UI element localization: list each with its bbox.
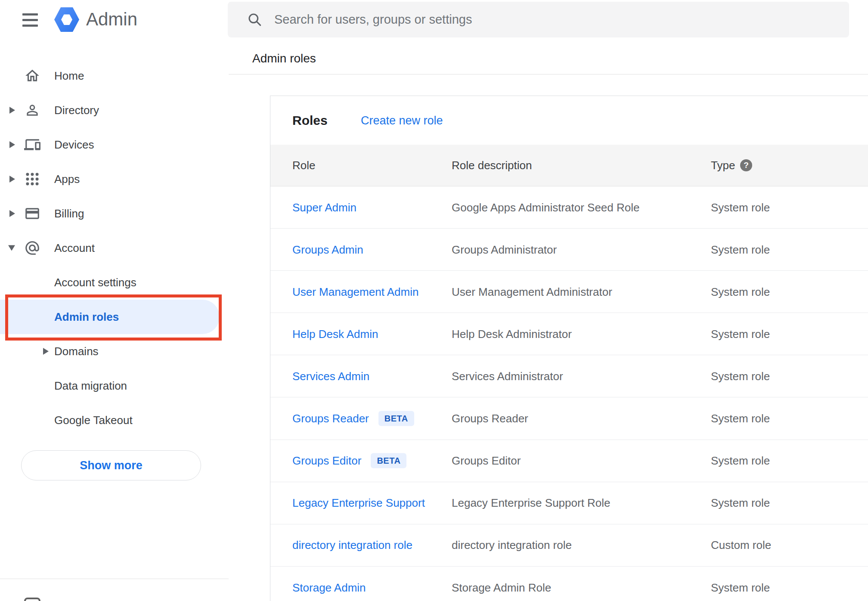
beta-badge: BETA bbox=[378, 411, 414, 426]
role-type: Custom role bbox=[711, 539, 771, 552]
role-type: System role bbox=[711, 285, 770, 298]
role-type: System role bbox=[711, 201, 770, 214]
sidebar-item-home[interactable]: Home bbox=[0, 59, 229, 93]
sidebar-item-billing[interactable]: Billing bbox=[0, 196, 229, 231]
sidebar-item-account-settings[interactable]: Account settings bbox=[0, 265, 229, 300]
roles-panel-header: Roles Create new role bbox=[270, 96, 868, 145]
expand-right-icon[interactable] bbox=[9, 141, 15, 148]
sidebar-item-domains[interactable]: Domains bbox=[0, 334, 229, 369]
search-input[interactable] bbox=[274, 12, 791, 27]
help-icon[interactable]: ? bbox=[740, 159, 752, 171]
clipped-nav-icon bbox=[24, 598, 40, 601]
home-icon bbox=[24, 68, 40, 84]
person-icon bbox=[24, 102, 40, 118]
admin-logo-icon bbox=[54, 7, 79, 32]
beta-badge: BETA bbox=[371, 453, 406, 468]
table-row: Groups Reader BETA Groups Reader System … bbox=[270, 397, 868, 440]
sidebar-item-google-takeout[interactable]: Google Takeout bbox=[0, 403, 229, 437]
role-description: directory integration role bbox=[452, 539, 572, 552]
menu-icon[interactable] bbox=[22, 13, 38, 29]
devices-icon bbox=[24, 136, 40, 153]
header-divider bbox=[229, 74, 868, 74]
apps-grid-icon bbox=[24, 171, 40, 187]
column-header-description: Role description bbox=[452, 159, 532, 172]
at-sign-icon bbox=[24, 240, 40, 256]
sidebar-item-devices[interactable]: Devices bbox=[0, 127, 229, 162]
role-type: System role bbox=[711, 327, 770, 341]
panel-title: Roles bbox=[292, 113, 328, 128]
expand-right-icon[interactable] bbox=[9, 107, 15, 114]
app-title: Admin bbox=[86, 9, 137, 30]
role-type: System role bbox=[711, 496, 770, 510]
role-description: Google Apps Administrator Seed Role bbox=[452, 201, 639, 214]
role-link[interactable]: Super Admin bbox=[292, 201, 356, 214]
search-icon bbox=[247, 12, 263, 28]
table-row: Help Desk Admin Help Desk Administrator … bbox=[270, 313, 868, 355]
role-link[interactable]: Storage Admin bbox=[292, 581, 366, 594]
sidebar-item-apps[interactable]: Apps bbox=[0, 162, 229, 196]
expand-right-icon[interactable] bbox=[43, 348, 49, 355]
sidebar-item-directory[interactable]: Directory bbox=[0, 93, 229, 127]
table-row: Groups Admin Groups Administrator System… bbox=[270, 229, 868, 271]
role-link[interactable]: directory integration role bbox=[292, 539, 412, 552]
role-link[interactable]: User Management Admin bbox=[292, 285, 418, 298]
sidebar-bottom-divider bbox=[0, 579, 229, 579]
table-row: Super Admin Google Apps Administrator Se… bbox=[270, 186, 868, 229]
role-link[interactable]: Legacy Enterprise Support bbox=[292, 496, 425, 510]
sidebar-item-admin-roles[interactable]: Admin roles bbox=[0, 300, 220, 334]
role-link[interactable]: Groups Admin bbox=[292, 243, 363, 256]
sidebar-item-account[interactable]: Account bbox=[0, 231, 229, 265]
show-more-button[interactable]: Show more bbox=[21, 450, 201, 480]
role-link[interactable]: Groups Reader BETA bbox=[292, 411, 414, 426]
column-header-role: Role bbox=[292, 159, 315, 172]
role-type: System role bbox=[711, 412, 770, 425]
google-admin-console: Admin Admin roles Home Directory bbox=[0, 0, 868, 601]
sidebar-item-data-migration[interactable]: Data migration bbox=[0, 369, 229, 403]
table-row: Services Admin Services Administrator Sy… bbox=[270, 355, 868, 397]
role-type: System role bbox=[711, 454, 770, 468]
role-description: Services Administrator bbox=[452, 369, 563, 383]
role-type: System role bbox=[711, 243, 770, 256]
table-row: User Management Admin User Management Ad… bbox=[270, 271, 868, 313]
column-header-type: Type bbox=[711, 159, 735, 172]
search-bar[interactable] bbox=[228, 2, 849, 37]
role-type: System role bbox=[711, 581, 770, 594]
role-description: Groups Administrator bbox=[452, 243, 557, 256]
role-description: Help Desk Administrator bbox=[452, 327, 572, 341]
expand-down-icon[interactable] bbox=[8, 245, 15, 251]
create-new-role-link[interactable]: Create new role bbox=[361, 114, 443, 127]
role-description: Groups Reader bbox=[452, 412, 528, 425]
role-type: System role bbox=[711, 369, 770, 383]
role-description: Groups Editor bbox=[452, 454, 521, 468]
roles-table-body: Super Admin Google Apps Administrator Se… bbox=[270, 186, 868, 601]
role-description: User Management Administrator bbox=[452, 285, 612, 298]
role-link[interactable]: Help Desk Admin bbox=[292, 327, 378, 341]
role-description: Storage Admin Role bbox=[452, 581, 551, 594]
table-row: directory integration role directory int… bbox=[270, 524, 868, 567]
breadcrumb: Admin roles bbox=[252, 52, 316, 65]
table-header-row: Role Role description Type ? bbox=[270, 145, 868, 186]
table-row: Groups Editor BETA Groups Editor System … bbox=[270, 440, 868, 482]
expand-right-icon[interactable] bbox=[9, 176, 15, 183]
table-row: Legacy Enterprise Support Legacy Enterpr… bbox=[270, 482, 868, 524]
role-link[interactable]: Groups Editor BETA bbox=[292, 453, 406, 468]
credit-card-icon bbox=[24, 205, 40, 222]
role-link[interactable]: Services Admin bbox=[292, 369, 369, 383]
expand-right-icon[interactable] bbox=[9, 210, 15, 217]
role-description: Legacy Enterprise Support Role bbox=[452, 496, 611, 510]
roles-panel: Roles Create new role Role Role descript… bbox=[270, 96, 868, 601]
table-row: Storage Admin Storage Admin Role System … bbox=[270, 567, 868, 601]
